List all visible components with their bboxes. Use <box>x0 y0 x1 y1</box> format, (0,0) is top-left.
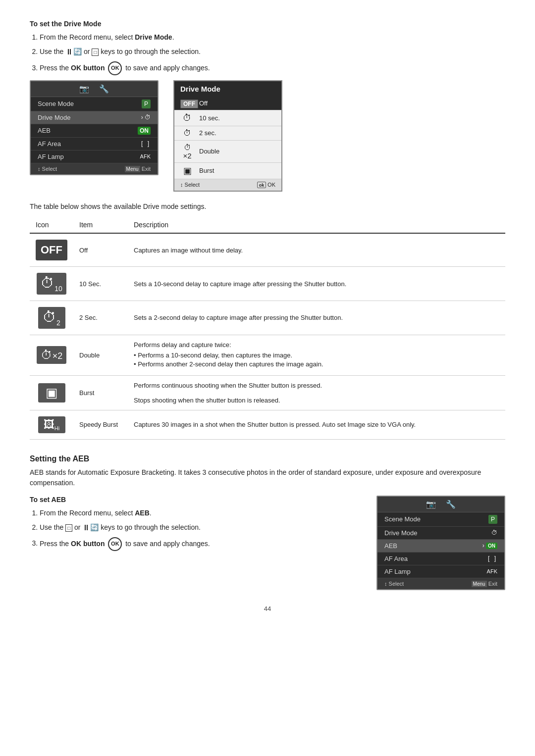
dm-10sec-label: 10 sec. <box>199 114 220 122</box>
drive-mode-section: To set the Drive Mode From the Record me… <box>30 20 505 440</box>
desc-double: Performs delay and capture twice: Perfor… <box>128 335 505 375</box>
aeb-step1-bold: AEB <box>135 509 150 517</box>
item-10sec: 10 Sec. <box>73 267 128 301</box>
page-number: 44 <box>30 605 505 612</box>
dm-footer: ↕ Select ok OK <box>174 179 281 191</box>
camera-menu-panel: 📷 🔧 Scene Mode P Drive Mode › ⏱ AEB ON A… <box>30 80 159 175</box>
item-speedy: Speedy Burst <box>73 410 128 439</box>
aeb-scene-label: Scene Mode <box>384 515 421 523</box>
desc-speedy: Captures 30 images in a shot when the Sh… <box>128 410 505 439</box>
menu-row-scene: Scene Mode P <box>31 97 158 111</box>
menu-row-aflamp: AF Lamp AFK <box>31 151 158 163</box>
step3-bold-ok: OK button <box>71 64 105 72</box>
step-2: Use the ⏸🔄 or □ keys to go through the s… <box>40 46 505 58</box>
timer2-icon-large: ⏱2 <box>38 307 65 329</box>
footer-exit: Menu Exit <box>125 166 151 172</box>
desc-off: Captures an image without time delay. <box>128 233 505 267</box>
step-3: Press the OK button OK to save and apply… <box>40 61 505 75</box>
double-icon: ⏱×2 <box>180 143 194 160</box>
dm-off-label: Off <box>199 100 208 107</box>
dm-panel-title: Drive Mode <box>174 81 281 97</box>
aeb-steps-list: From the Record menu, select AEB. Use th… <box>40 507 362 551</box>
aeb-camera-icon: 📷 <box>426 500 436 509</box>
desc-burst: Performs continuous shooting when the Sh… <box>128 375 505 410</box>
settings-icon: 🔧 <box>99 84 109 94</box>
dm-double-label: Double <box>199 148 219 155</box>
dm-row-off: OFF Off <box>174 97 281 110</box>
aeb-footer-select: ↕ Select <box>384 581 404 587</box>
aeb-menu-afarea: AF Area [ ] <box>377 553 504 565</box>
aeb-menu-drive: Drive Mode ⏱ <box>377 527 504 540</box>
desc-2sec: Sets a 2-second delay to capture image a… <box>128 301 505 335</box>
table-row: OFF Off Captures an image without time d… <box>30 233 505 267</box>
aeb-menu-scene: Scene Mode P <box>377 512 504 527</box>
scene-mode-value: P <box>142 100 151 108</box>
dm-row-10sec: ⏱ 10 sec. <box>174 110 281 126</box>
panels-container: 📷 🔧 Scene Mode P Drive Mode › ⏱ AEB ON A… <box>30 80 505 192</box>
aeb-subsection-title: To set AEB <box>30 496 362 504</box>
drive-mode-table: Icon Item Description OFF Off Captures a… <box>30 217 505 439</box>
aeb-panel-header: 📷 🔧 <box>377 497 504 512</box>
dm-row-burst: ▣ Burst <box>174 163 281 179</box>
aeb-settings-icon: 🔧 <box>446 500 456 509</box>
step-1: From the Record menu, select Drive Mode. <box>40 32 505 43</box>
aeb-footer-exit: Menu Exit <box>472 581 497 587</box>
item-burst: Burst <box>73 375 128 410</box>
aeb-value: ON <box>138 127 151 135</box>
ok-button-icon: OK <box>108 61 122 75</box>
panel-header: 📷 🔧 <box>31 81 158 97</box>
burst-icon-large: ▣ <box>38 383 65 403</box>
aeb-scene-value: P <box>488 515 497 524</box>
col-icon: Icon <box>30 217 73 233</box>
aeb-afarea-label: AF Area <box>384 555 408 562</box>
table-row: 🖼Hi Speedy Burst Captures 30 images in a… <box>30 410 505 439</box>
aeb-step-3: Press the OK button OK to save and apply… <box>40 537 362 551</box>
table-row: ⏱10 10 Sec. Sets a 10-second delay to ca… <box>30 267 505 301</box>
timer10-icon: ⏱ <box>180 113 194 123</box>
afarea-value: [ ] <box>141 140 151 147</box>
aeb-section: Setting the AEB AEB stands for Automatic… <box>30 454 505 590</box>
item-2sec: 2 Sec. <box>73 301 128 335</box>
panel-footer: ↕ Select Menu Exit <box>31 163 158 174</box>
camera-icon: 📷 <box>79 84 89 94</box>
drive-mode-label: Drive Mode <box>38 114 70 121</box>
menu-row-afarea: AF Area [ ] <box>31 138 158 151</box>
drive-mode-selector-panel: Drive Mode OFF Off ⏱ 10 sec. ⏱ 2 sec. ⏱×… <box>173 80 282 192</box>
off-icon-large: OFF <box>36 240 67 260</box>
timer2-icon: ⏱ <box>180 129 194 138</box>
dm-footer-ok: ok OK <box>257 182 275 189</box>
table-header-row: Icon Item Description <box>30 217 505 233</box>
table-row: ⏱×2 Double Performs delay and capture tw… <box>30 335 505 375</box>
icon-cell-off: OFF <box>30 233 73 267</box>
icon-cell-10sec: ⏱10 <box>30 267 73 301</box>
step1-bold: Drive Mode <box>135 33 172 41</box>
aeb-ok-icon: OK <box>108 537 122 551</box>
step3-suffix: to save and apply changes. <box>125 64 210 72</box>
table-row: ▣ Burst Performs continuous shooting whe… <box>30 375 505 410</box>
double-bullet-2: Performs another 2-second delay then cap… <box>134 360 499 368</box>
item-double: Double <box>73 335 128 375</box>
double-bullet-1: Performs a 10-second delay, then capture… <box>134 352 499 359</box>
aeb-aflamp-label: AF Lamp <box>384 568 411 575</box>
speedy-burst-icon-large: 🖼Hi <box>38 416 65 433</box>
table-note: The table below shows the available Driv… <box>30 202 505 212</box>
item-off: Off <box>73 233 128 267</box>
aeb-menu-aflamp: AF Lamp AFK <box>377 565 504 578</box>
step3-prefix: Press the <box>40 64 71 72</box>
aeb-step3-bold: OK button <box>71 539 105 547</box>
icon-cell-speedy: 🖼Hi <box>30 410 73 439</box>
aeb-section-title: Setting the AEB <box>30 454 505 463</box>
aeb-drive-label: Drive Mode <box>384 529 417 537</box>
timer10-icon-large: ⏱10 <box>37 273 66 295</box>
col-description: Description <box>128 217 505 233</box>
double-bullets: Performs a 10-second delay, then capture… <box>134 352 499 368</box>
aeb-aeb-label: AEB <box>384 542 397 550</box>
dm-burst-label: Burst <box>199 167 214 174</box>
aeb-camera-menu-panel: 📷 🔧 Scene Mode P Drive Mode ⏱ AEB › ON A… <box>376 496 505 590</box>
aeb-steps-container: To set AEB From the Record menu, select … <box>30 496 362 556</box>
aeb-menu-aeb: AEB › ON <box>377 540 504 553</box>
table-row: ⏱2 2 Sec. Sets a 2-second delay to captu… <box>30 301 505 335</box>
desc-10sec: Sets a 10-second delay to capture image … <box>128 267 505 301</box>
burst-icon: ▣ <box>180 165 194 176</box>
aeb-panel-footer: ↕ Select Menu Exit <box>377 578 504 589</box>
